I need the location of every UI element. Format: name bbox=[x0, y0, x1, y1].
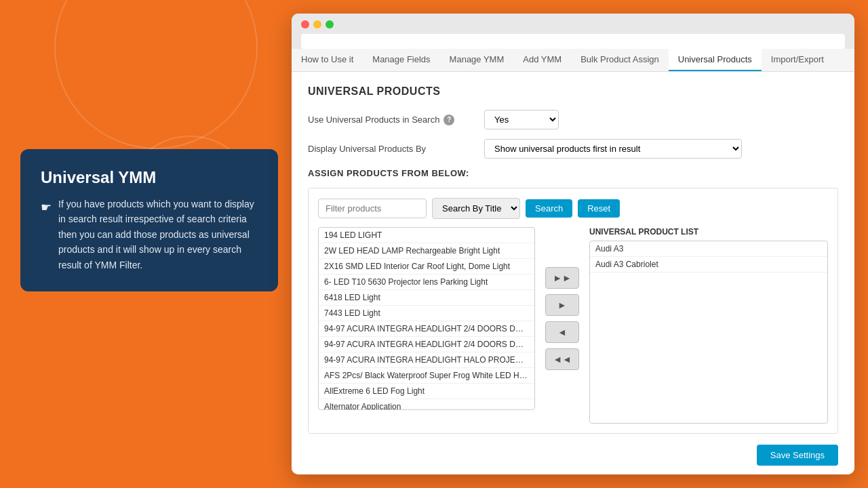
list-item[interactable]: 194 LED LIGHT bbox=[319, 228, 534, 243]
minimize-dot[interactable] bbox=[313, 20, 321, 28]
nav-tabs: How to Use itManage FieldsManage YMMAdd … bbox=[292, 49, 854, 72]
list-item[interactable]: AllExtreme 6 LED Fog Light bbox=[319, 384, 534, 399]
main-content: UNIVERSAL PRODUCTS Use Universal Product… bbox=[292, 72, 854, 474]
close-dot[interactable] bbox=[301, 20, 309, 28]
nav-tab-manage-fields[interactable]: Manage Fields bbox=[363, 49, 439, 71]
list-item[interactable]: 7443 LED Light bbox=[319, 306, 534, 321]
filter-input[interactable] bbox=[318, 199, 427, 218]
use-universal-row: Use Universal Products in Search ? YesNo bbox=[308, 110, 838, 129]
nav-tab-bulk-product-assign[interactable]: Bulk Product Assign bbox=[571, 49, 669, 71]
help-icon[interactable]: ? bbox=[443, 115, 454, 125]
list-item[interactable]: Alternator Application bbox=[319, 399, 534, 410]
maximize-dot[interactable] bbox=[326, 20, 334, 28]
list-item[interactable]: 94-97 ACURA INTEGRA HEADLIGHT 2/4 DOORS … bbox=[319, 337, 534, 352]
list-item[interactable]: 2W LED HEAD LAMP Rechargeable Bright Lig… bbox=[319, 243, 534, 259]
sidebar-card: Universal YMM ☛ If you have products whi… bbox=[20, 149, 278, 291]
list-item[interactable]: 94-97 ACURA INTEGRA HEADLIGHT 2/4 DOORS … bbox=[319, 321, 534, 337]
sidebar-body: ☛ If you have products which you want to… bbox=[41, 197, 258, 272]
nav-tab-manage-ymm[interactable]: Manage YMM bbox=[440, 49, 514, 71]
list-item[interactable]: 2X16 SMD LED Interior Car Roof Light, Do… bbox=[319, 259, 534, 274]
filter-row: Search By TitleSearch By SKU Search Rese… bbox=[318, 198, 828, 219]
display-by-select[interactable]: Show universal products first in resultS… bbox=[484, 139, 742, 159]
move-left-button[interactable]: ◄ bbox=[545, 321, 579, 343]
address-bar[interactable] bbox=[301, 34, 845, 49]
list-item[interactable]: Audi A3 Cabriolet bbox=[590, 257, 827, 272]
universal-list-column: UNIVERSAL PRODUCT LIST Audi A3Audi A3 Ca… bbox=[589, 227, 828, 424]
list-item[interactable]: Audi A3 bbox=[590, 241, 827, 257]
nav-tab-import/export[interactable]: Import/Export bbox=[762, 49, 833, 71]
list-item[interactable]: 6418 LED Light bbox=[319, 290, 534, 306]
list-item[interactable]: AFS 2Pcs/ Black Waterproof Super Frog Wh… bbox=[319, 368, 534, 384]
save-button[interactable]: Save Settings bbox=[757, 445, 838, 466]
assign-title: ASSIGN PRODUCTS FROM BELOW: bbox=[308, 168, 838, 178]
universal-list-title: UNIVERSAL PRODUCT LIST bbox=[589, 227, 828, 237]
use-universal-label: Use Universal Products in Search ? bbox=[308, 115, 484, 125]
display-by-label: Display Universal Products By bbox=[308, 144, 484, 154]
list-item[interactable]: 94-97 ACURA INTEGRA HEADLIGHT HALO PROJE… bbox=[319, 352, 534, 368]
nav-tab-universal-products[interactable]: Universal Products bbox=[669, 49, 762, 71]
sidebar-title: Universal YMM bbox=[41, 168, 258, 187]
product-list-box[interactable]: 194 LED LIGHT2W LED HEAD LAMP Rechargeab… bbox=[318, 227, 535, 410]
reset-button[interactable]: Reset bbox=[578, 199, 620, 218]
use-universal-select[interactable]: YesNo bbox=[484, 110, 559, 129]
search-button[interactable]: Search bbox=[526, 199, 572, 218]
page-title: UNIVERSAL PRODUCTS bbox=[308, 85, 838, 98]
nav-tab-add-ymm[interactable]: Add YMM bbox=[513, 49, 571, 71]
display-by-row: Display Universal Products By Show unive… bbox=[308, 139, 838, 159]
arrow-column: ►► ► ◄ ◄◄ bbox=[535, 227, 589, 410]
browser-chrome bbox=[292, 14, 854, 49]
sidebar-text: If you have products which you want to d… bbox=[58, 197, 258, 272]
product-assign-area: 194 LED LIGHT2W LED HEAD LAMP Rechargeab… bbox=[318, 227, 828, 424]
universal-list-box[interactable]: Audi A3Audi A3 Cabriolet bbox=[589, 241, 828, 424]
save-row: Save Settings bbox=[308, 445, 838, 466]
list-item[interactable]: 6- LED T10 5630 Projector lens Parking L… bbox=[319, 274, 534, 290]
move-right-button[interactable]: ► bbox=[545, 294, 579, 316]
search-by-select[interactable]: Search By TitleSearch By SKU bbox=[432, 198, 520, 219]
browser-window: How to Use itManage FieldsManage YMMAdd … bbox=[292, 14, 854, 474]
finger-icon: ☛ bbox=[41, 198, 52, 272]
move-all-left-button[interactable]: ◄◄ bbox=[545, 348, 579, 370]
nav-tab-how-to-use-it[interactable]: How to Use it bbox=[292, 49, 363, 71]
move-all-right-button[interactable]: ►► bbox=[545, 267, 579, 289]
assign-panel: Search By TitleSearch By SKU Search Rese… bbox=[308, 188, 838, 434]
browser-dots bbox=[301, 20, 845, 28]
